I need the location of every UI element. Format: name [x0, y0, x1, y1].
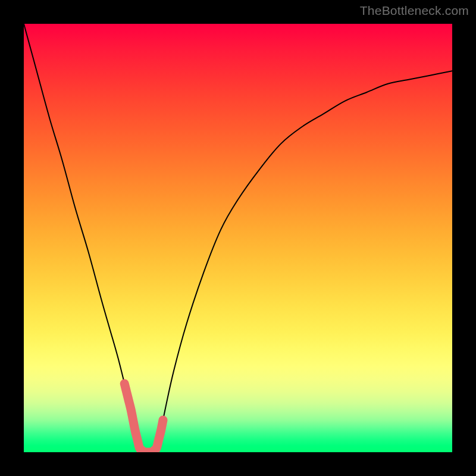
optimal-range-marker	[124, 384, 163, 452]
plot-area	[24, 24, 452, 452]
curve-layer	[24, 24, 452, 452]
watermark-text: TheBottleneck.com	[360, 4, 469, 18]
chart-frame: TheBottleneck.com	[0, 0, 476, 476]
bottleneck-curve	[24, 24, 452, 452]
